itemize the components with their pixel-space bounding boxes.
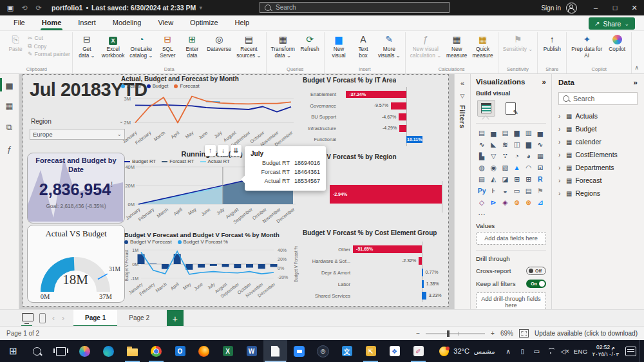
format-painter-button[interactable]: ✎Format painter — [28, 51, 70, 57]
new-page-button[interactable]: + — [167, 310, 184, 327]
field-table-budget[interactable]: ›▦Budget — [558, 125, 638, 133]
start-button[interactable]: ⊞ — [1, 340, 25, 362]
file-explorer-icon[interactable] — [120, 340, 144, 362]
paste-button[interactable]: ⎘Paste — [3, 32, 28, 66]
data-search-box[interactable]: Search — [558, 92, 638, 105]
report-view-icon[interactable]: ▅ — [0, 78, 19, 91]
decomposition-tree-icon[interactable]: ⊦ — [488, 186, 499, 195]
zoom-slider[interactable] — [426, 333, 485, 334]
tab-modeling[interactable]: Modeling — [104, 16, 150, 30]
tab-insert[interactable]: Insert — [70, 16, 104, 30]
bar[interactable] — [419, 257, 422, 265]
task-view-icon[interactable] — [49, 340, 73, 362]
filters-pane-title[interactable]: Filters — [459, 105, 466, 129]
r-script-icon[interactable]: R — [535, 175, 546, 184]
key-influencers-icon[interactable]: ⊚ — [511, 198, 522, 207]
zoom-out-button[interactable]: − — [416, 330, 420, 337]
mobile-view-icon[interactable] — [39, 313, 46, 323]
copilot-button[interactable]: Copilot — [605, 32, 629, 66]
slicer-icon[interactable]: ◪ — [499, 175, 511, 184]
multi-row-card-icon[interactable]: ▤ — [476, 175, 488, 184]
maximize-button[interactable]: □ — [605, 0, 625, 15]
save-icon[interactable]: ▣ — [5, 4, 15, 12]
copy-button[interactable]: ⧉Copy — [28, 43, 70, 50]
stacked-column-chart-icon[interactable]: ▅ — [488, 128, 499, 137]
visual-budget-v-forcast-cost-group[interactable]: Budget V Forcast % by Cost Element Group… — [301, 227, 448, 307]
powertoys-icon[interactable]: ⇱ — [359, 340, 383, 362]
powerbi-doc-icon[interactable] — [263, 340, 287, 362]
bar[interactable] — [422, 280, 424, 288]
sql-server-button[interactable]: ⊟SQLServer — [155, 32, 180, 66]
chevron-right-icon[interactable]: › — [558, 190, 563, 197]
quick-measure-button[interactable]: ▦Quickmeasure — [469, 32, 495, 66]
desktop-view-icon[interactable] — [22, 313, 33, 321]
format-visual-tab[interactable] — [506, 102, 516, 115]
prev-page-icon[interactable]: ‹ — [52, 314, 55, 323]
pct-stacked-column-chart-icon[interactable]: ▅ — [535, 128, 546, 137]
stacked-area-chart-icon[interactable]: ≋ — [499, 140, 511, 149]
slicer-dropdown[interactable]: Europe ⌄ — [30, 129, 125, 140]
treemap-icon[interactable]: ▦ — [535, 151, 546, 160]
table-view-icon[interactable]: ▦ — [0, 99, 19, 113]
clustered-bar-chart-icon[interactable]: ▤ — [499, 128, 511, 137]
arcgis-map-icon[interactable]: ⊛ — [523, 198, 535, 207]
waterfall-chart-icon[interactable]: ▙ — [476, 151, 488, 160]
collapse-pane-icon[interactable]: » — [542, 78, 546, 86]
chrome-icon[interactable] — [144, 340, 168, 362]
gauge-plot[interactable]: 31M18M0M37M — [28, 239, 123, 301]
chevron-down-icon[interactable]: ▾ — [199, 5, 202, 11]
build-visual-tab[interactable] — [477, 100, 495, 117]
matrix-icon[interactable]: ⊞ — [523, 175, 535, 184]
visual-kpi-forecast-budget[interactable]: Forecast and Budget by Date 2,836,954! G… — [27, 153, 125, 224]
minimize-button[interactable]: – — [586, 0, 605, 15]
zoom-icon[interactable] — [287, 340, 311, 362]
field-table-departments[interactable]: ›▦Departments — [558, 164, 638, 171]
expand-filters-icon[interactable]: « — [460, 79, 464, 87]
copilot-icon[interactable] — [73, 340, 97, 362]
translator-icon[interactable]: 文 — [335, 340, 359, 362]
filled-map-icon[interactable]: ◉ — [488, 163, 499, 172]
document-title[interactable]: portfolio1 • Last saved: 6/30/2024 at 2:… — [52, 4, 202, 12]
field-table-actuals[interactable]: ›▦Actuals — [558, 112, 638, 120]
kpi-icon[interactable]: ◭ — [488, 175, 499, 184]
card-icon[interactable]: ⊡ — [535, 163, 546, 172]
add-data-fields-well[interactable]: Add data fields here — [476, 232, 546, 245]
power-automate-icon[interactable]: ⊳ — [488, 198, 499, 207]
new-visual-calculation-button[interactable]: ƒNew visualcalculation ⌄ — [408, 32, 444, 66]
field-table-regions[interactable]: ›▦Regions — [558, 189, 638, 197]
refresh-button[interactable]: ⟳Refresh — [298, 32, 322, 66]
zoom-level[interactable]: 69% — [500, 330, 513, 337]
snipping-icon[interactable]: ❖ — [383, 340, 406, 362]
page-tab-page-1[interactable]: Page 1 — [73, 310, 117, 327]
tab-help[interactable]: Help — [227, 16, 258, 30]
azure-map-icon[interactable]: ▲ — [511, 163, 522, 172]
field-table-calender[interactable]: ›▦calender — [558, 138, 638, 146]
outlook-icon[interactable]: O — [168, 340, 192, 362]
dax-query-view-icon[interactable]: ƒ — [0, 142, 19, 156]
language-indicator[interactable]: ENG — [573, 340, 589, 362]
table-icon[interactable]: ⊞ — [511, 175, 522, 184]
tab-home[interactable]: Home — [33, 16, 70, 30]
shape-map-icon[interactable]: ▧ — [499, 163, 511, 172]
metrics-icon[interactable]: ⚑ — [535, 186, 546, 195]
visual-gauge-actual-vs-budget[interactable]: Actual VS Budget 31M18M0M37M — [27, 225, 125, 303]
dataverse-button[interactable]: ◎Dataverse — [204, 32, 234, 66]
line-chart-icon[interactable]: ∿ — [476, 140, 488, 149]
bar[interactable] — [422, 269, 423, 276]
tab-view[interactable]: View — [149, 16, 182, 30]
transform-data-button[interactable]: ▦Transformdata ⌄ — [269, 32, 298, 66]
tab-file[interactable]: File — [5, 16, 33, 30]
chevron-right-icon[interactable]: › — [558, 164, 563, 171]
model-view-icon[interactable]: ⧉ — [0, 120, 19, 135]
slicer-header[interactable]: Region ⌄ — [30, 117, 125, 126]
smart-narrative-icon[interactable]: ▭ — [511, 186, 522, 195]
chevron-right-icon[interactable]: › — [558, 177, 563, 184]
pct-stacked-bar-chart-icon[interactable]: ▥ — [523, 128, 535, 137]
python-visual-icon[interactable]: Py — [476, 186, 488, 195]
zoom-slider-thumb[interactable] — [447, 330, 450, 337]
prep-data-for-ai-button[interactable]: ✦Prep data forAI — [569, 32, 605, 66]
line-stacked-column-chart-icon[interactable]: ◫ — [511, 140, 522, 149]
enter-data-button[interactable]: ⊞Enterdata — [180, 32, 204, 66]
clustered-column-chart-icon[interactable]: ▆ — [511, 128, 522, 137]
chevron-right-icon[interactable]: › — [558, 113, 563, 120]
